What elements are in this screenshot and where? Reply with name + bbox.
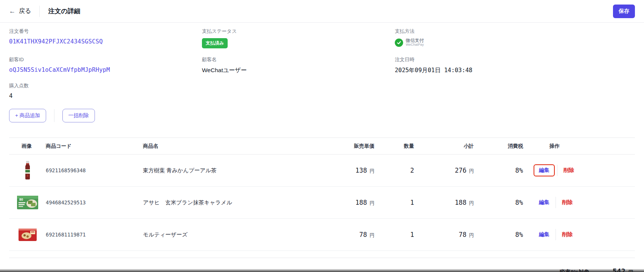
col-header-qty: 数量 xyxy=(376,143,419,150)
product-name: モルティーザーズ xyxy=(143,231,327,238)
tax-cell: 8% xyxy=(475,199,525,206)
table-row: 6921168596348 東方樹葉 青みかんプーアル茶 138円 2 276円… xyxy=(9,155,635,187)
subtotal-cell: 276円 xyxy=(419,167,475,175)
wechat-pay-wordmark: 微信支付 WeChatPay xyxy=(406,38,424,47)
col-header-name: 商品名 xyxy=(143,143,327,150)
ops-cell: 編集 削除 xyxy=(525,229,635,240)
table-actions: + 商品追加 一括削除 xyxy=(0,107,644,122)
ops-divider xyxy=(556,197,556,208)
customer-name-field: 顧客名 WeChatユーザー xyxy=(202,56,395,74)
tax-value: 8% xyxy=(515,199,523,206)
product-image-tea-bottle xyxy=(9,161,46,180)
customer-name-label: 顧客名 xyxy=(202,56,395,63)
wechat-check-icon xyxy=(395,39,403,47)
back-arrow-icon: ← xyxy=(9,8,16,15)
product-image-red-candy-bag xyxy=(9,227,46,242)
actions-divider xyxy=(54,109,54,122)
delete-link[interactable]: 削除 xyxy=(562,231,573,238)
ops-divider xyxy=(557,165,557,176)
yen-unit: 円 xyxy=(469,233,474,238)
order-number-value[interactable]: 01K41THX942PFJXC2434SGSCSQ xyxy=(9,38,202,45)
subtotal-value: 276 xyxy=(455,167,467,174)
product-code: 6921681119871 xyxy=(46,232,143,238)
order-datetime-label: 注文日時 xyxy=(395,56,635,63)
topbar-divider xyxy=(39,6,40,17)
paid-status-badge: 支払済み xyxy=(202,38,228,48)
product-code: 6921168596348 xyxy=(46,167,143,173)
item-count-label: 購入点数 xyxy=(9,82,202,89)
table-row: 6921681119871 モルティーザーズ 78円 1 78円 8% 編集 削… xyxy=(9,219,635,251)
tax-value: 8% xyxy=(515,231,523,238)
bottom-edge-shadow xyxy=(0,269,644,272)
product-image-green-cereal-box: 80 xyxy=(9,195,46,210)
delete-link[interactable]: 削除 xyxy=(562,199,573,206)
bulk-delete-button[interactable]: 一括削除 xyxy=(62,109,95,122)
payment-method-field: 支払方法 微信支付 WeChatPay xyxy=(395,28,635,48)
tax-cell: 8% xyxy=(475,231,525,238)
unit-price-value: 78 xyxy=(359,231,367,238)
tax-value: 8% xyxy=(515,167,523,174)
qty-cell: 2 xyxy=(376,167,419,174)
unit-price-cell: 188円 xyxy=(327,199,376,207)
col-header-ops: 操作 xyxy=(525,143,635,150)
unit-price-value: 188 xyxy=(355,199,367,206)
qty-value: 1 xyxy=(410,231,414,238)
customer-id-value[interactable]: oQJSN5Siv1oCaXCmVfpbMJpRHypM xyxy=(9,66,202,73)
yen-unit: 円 xyxy=(370,168,375,174)
subtotal-value: 78 xyxy=(459,231,466,238)
payment-status-field: 支払ステータス 支払済み xyxy=(202,28,395,48)
table-row: 80 4946842529513 アサヒ 玄米ブラン抹茶キャラメル 188円 1… xyxy=(9,187,635,219)
edit-link[interactable]: 編集 xyxy=(539,231,549,238)
qty-cell: 1 xyxy=(376,231,419,238)
save-button[interactable]: 保存 xyxy=(613,5,635,18)
order-detail-page: ← 戻る 注文の詳細 保存 注文番号 01K41THX942PFJXC2434S… xyxy=(0,0,644,272)
customer-id-label: 顧客ID xyxy=(9,56,202,63)
subtotal-value: 188 xyxy=(455,199,467,206)
item-count-field: 購入点数 4 xyxy=(9,82,202,99)
customer-name-value: WeChatユーザー xyxy=(202,66,395,74)
yen-unit: 円 xyxy=(370,201,375,206)
yen-unit: 円 xyxy=(370,233,375,238)
item-count-value: 4 xyxy=(9,93,202,99)
yen-unit: 円 xyxy=(469,201,474,206)
tax-cell: 8% xyxy=(475,167,525,174)
col-header-image: 画像 xyxy=(9,143,46,150)
wechat-pay-logo: 微信支付 WeChatPay xyxy=(395,38,635,47)
qty-cell: 1 xyxy=(376,199,419,206)
page-title: 注文の詳細 xyxy=(48,7,80,15)
col-header-code: 商品コード xyxy=(46,143,143,150)
add-product-button[interactable]: + 商品追加 xyxy=(9,109,46,122)
payment-method-label: 支払方法 xyxy=(395,28,635,35)
ops-cell: 編集 削除 xyxy=(525,165,635,176)
unit-price-value: 138 xyxy=(355,167,367,174)
product-name: 東方樹葉 青みかんプーアル茶 xyxy=(143,167,327,174)
subtotal-cell: 188円 xyxy=(419,199,475,207)
qty-value: 1 xyxy=(410,199,414,206)
order-info-section: 注文番号 01K41THX942PFJXC2434SGSCSQ 支払ステータス … xyxy=(0,23,644,107)
top-bar: ← 戻る 注文の詳細 保存 xyxy=(0,0,644,23)
col-header-tax: 消費税 xyxy=(475,143,525,150)
payment-status-label: 支払ステータス xyxy=(202,28,395,35)
product-code: 4946842529513 xyxy=(46,199,143,206)
back-button[interactable]: ← 戻る xyxy=(9,7,31,15)
delete-link[interactable]: 削除 xyxy=(563,167,574,174)
back-label: 戻る xyxy=(19,7,31,15)
order-items-table: 画像 商品コード 商品名 販売単価 数量 小計 消費税 操作 6921168 xyxy=(9,138,635,251)
customer-id-field: 顧客ID oQJSN5Siv1oCaXCmVfpbMJpRHypM xyxy=(9,56,202,74)
order-number-field: 注文番号 01K41THX942PFJXC2434SGSCSQ xyxy=(9,28,202,48)
wechat-pay-en: WeChatPay xyxy=(406,43,424,47)
edit-link[interactable]: 編集 xyxy=(539,199,549,206)
edit-link-highlighted[interactable]: 編集 xyxy=(534,164,555,176)
unit-price-cell: 138円 xyxy=(327,167,376,175)
col-header-subtotal: 小計 xyxy=(419,143,475,150)
yen-unit: 円 xyxy=(469,168,474,174)
col-header-unit-price: 販売単価 xyxy=(327,143,376,150)
order-datetime-value: 2025年09月01日 14:03:48 xyxy=(395,66,635,74)
product-name: アサヒ 玄米ブラン抹茶キャラメル xyxy=(143,199,327,206)
subtotal-cell: 78円 xyxy=(419,231,475,239)
order-datetime-field: 注文日時 2025年09月01日 14:03:48 xyxy=(395,56,635,74)
table-header-row: 画像 商品コード 商品名 販売単価 数量 小計 消費税 操作 xyxy=(9,138,635,155)
order-number-label: 注文番号 xyxy=(9,28,202,35)
unit-price-cell: 78円 xyxy=(327,231,376,239)
ops-divider xyxy=(556,229,556,240)
